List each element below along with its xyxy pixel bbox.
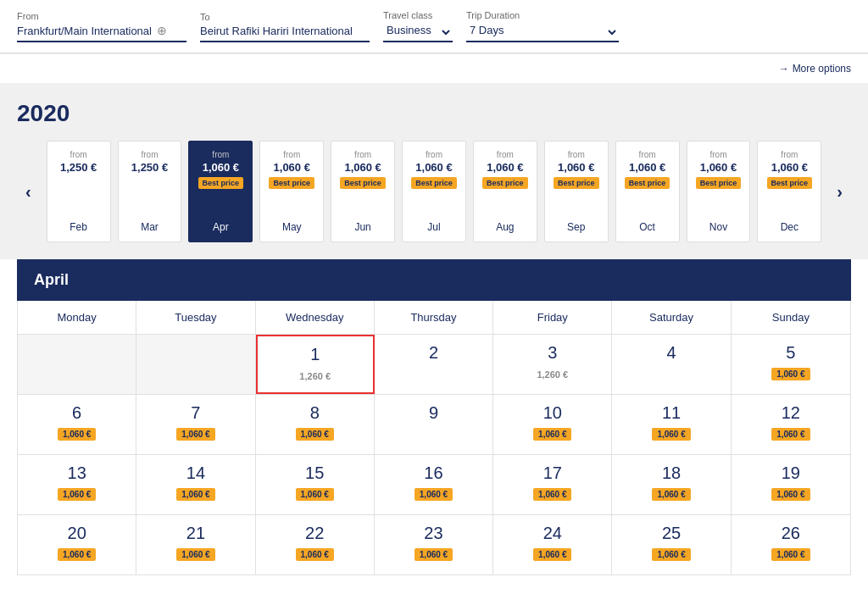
- month-price: 1,060 €: [274, 161, 310, 174]
- day-number: 3: [548, 343, 557, 363]
- day-price: 1,060 €: [176, 428, 214, 441]
- calendar-cell[interactable]: 191,060 €: [732, 455, 850, 514]
- calendar-month-name: April: [34, 271, 69, 288]
- calendar-row: 201,060 €211,060 €221,060 €231,060 €241,…: [18, 515, 850, 574]
- calendar-cell[interactable]: 9: [375, 395, 493, 454]
- from-label: From: [17, 11, 186, 21]
- calendar-cell[interactable]: 111,060 €: [612, 395, 731, 454]
- calendar-cell[interactable]: 51,060 €: [732, 335, 850, 394]
- more-options-text: More options: [793, 63, 851, 75]
- day-price: 1,060 €: [771, 428, 810, 441]
- calendar-cell[interactable]: 251,060 €: [612, 515, 731, 574]
- month-price: 1,060 €: [203, 161, 239, 174]
- day-number: 11: [662, 403, 681, 423]
- calendar-cell[interactable]: 11,260 €: [256, 335, 375, 394]
- month-card-may[interactable]: from1,060 €Best priceMay: [259, 141, 324, 242]
- calendar-cell[interactable]: 81,060 €: [256, 395, 375, 454]
- month-from-label: from: [781, 150, 798, 159]
- month-name: Dec: [781, 214, 798, 233]
- month-card-sep[interactable]: from1,060 €Best priceSep: [544, 141, 609, 242]
- day-price: 1,060 €: [652, 428, 690, 441]
- month-from-label: from: [426, 150, 442, 159]
- calendar-cell[interactable]: 151,060 €: [256, 455, 375, 514]
- calendar-cell[interactable]: 131,060 €: [18, 455, 136, 514]
- day-number: 7: [191, 403, 200, 423]
- month-price: 1,060 €: [558, 161, 594, 174]
- day-number: 15: [305, 463, 324, 483]
- calendar-cell[interactable]: 31,260 €: [493, 335, 612, 394]
- calendar-cell: [136, 335, 255, 394]
- day-price: 1,060 €: [58, 428, 96, 441]
- calendar-cell[interactable]: 261,060 €: [732, 515, 850, 574]
- day-price: 1,260 €: [294, 369, 336, 383]
- month-price: 1,060 €: [415, 161, 452, 174]
- calendar-cell[interactable]: 171,060 €: [493, 455, 612, 514]
- month-card-feb[interactable]: from1,250 €Feb: [47, 141, 111, 242]
- day-number: 4: [667, 343, 676, 363]
- day-number: 17: [543, 463, 562, 483]
- month-card-apr[interactable]: from1,060 €Best priceApr: [188, 141, 253, 242]
- month-card-nov[interactable]: from1,060 €Best priceNov: [687, 141, 751, 242]
- weekdays-row: MondayTuesdayWednesdayThursdayFridaySatu…: [18, 301, 850, 335]
- day-number: 19: [782, 463, 800, 483]
- day-number: 13: [68, 463, 86, 483]
- month-from-label: from: [70, 150, 87, 159]
- calendar-cell[interactable]: 121,060 €: [732, 395, 850, 454]
- trip-duration-field-group: Trip Duration 7 Days 3 Days 14 Days: [466, 10, 619, 42]
- from-field-group: From Frankfurt/Main International ⊕: [17, 11, 186, 42]
- next-month-button[interactable]: ›: [828, 179, 851, 205]
- calendar-cell[interactable]: 2: [375, 335, 493, 394]
- month-card-mar[interactable]: from1,250 €Mar: [118, 141, 182, 242]
- calendar-cell[interactable]: 71,060 €: [136, 395, 255, 454]
- calendar-cell[interactable]: 4: [612, 335, 731, 394]
- month-name: Aug: [496, 214, 514, 233]
- calendar-cell[interactable]: 161,060 €: [375, 455, 493, 514]
- day-number: 21: [186, 524, 205, 543]
- month-card-aug[interactable]: from1,060 €Best priceAug: [473, 141, 537, 242]
- calendar-cell[interactable]: 241,060 €: [493, 515, 612, 574]
- calendar-cell[interactable]: 221,060 €: [256, 515, 375, 574]
- day-price: 1,060 €: [652, 548, 690, 561]
- month-card-jul[interactable]: from1,060 €Best priceJul: [402, 141, 466, 242]
- day-number: 25: [662, 524, 681, 543]
- prev-month-button[interactable]: ‹: [17, 179, 40, 205]
- day-number: 24: [543, 524, 562, 543]
- day-number: 23: [424, 524, 442, 543]
- calendar-cell[interactable]: 211,060 €: [136, 515, 255, 574]
- month-name: Jul: [427, 214, 440, 233]
- month-card-oct[interactable]: from1,060 €Best priceOct: [615, 141, 680, 242]
- calendar-section: April MondayTuesdayWednesdayThursdayFrid…: [0, 259, 868, 592]
- trip-duration-select[interactable]: 7 Days 3 Days 14 Days: [466, 23, 619, 42]
- best-price-badge: Best price: [482, 177, 528, 189]
- to-value[interactable]: Beirut Rafiki Hariri International: [200, 25, 370, 42]
- day-price: 1,060 €: [176, 548, 214, 561]
- best-price-badge: Best price: [340, 177, 386, 189]
- calendar-cell[interactable]: 61,060 €: [18, 395, 136, 454]
- month-price: 1,060 €: [629, 161, 665, 174]
- month-card-jun[interactable]: from1,060 €Best priceJun: [331, 141, 395, 242]
- calendar-cell: [18, 335, 136, 394]
- calendar-cell[interactable]: 101,060 €: [493, 395, 612, 454]
- calendar-cell[interactable]: 141,060 €: [136, 455, 255, 514]
- calendar-cell[interactable]: 231,060 €: [375, 515, 493, 574]
- travel-class-select[interactable]: Business Economy First Class: [383, 23, 453, 42]
- months-nav: ‹ from1,250 €Febfrom1,250 €Marfrom1,060 …: [17, 141, 851, 242]
- months-section: 2020 ‹ from1,250 €Febfrom1,250 €Marfrom1…: [0, 83, 868, 259]
- month-price: 1,250 €: [131, 161, 168, 174]
- from-value[interactable]: Frankfurt/Main International ⊕: [17, 24, 186, 42]
- calendar-cell[interactable]: 181,060 €: [612, 455, 731, 514]
- weekday-header: Friday: [493, 301, 612, 334]
- day-number: 1: [310, 345, 320, 364]
- month-from-label: from: [568, 150, 585, 159]
- month-name: Sep: [567, 214, 585, 233]
- calendar-body: 11,260 €231,260 €451,060 €61,060 €71,060…: [18, 335, 850, 574]
- day-number: 16: [424, 463, 442, 483]
- best-price-badge: Best price: [767, 177, 813, 189]
- day-price: 1,060 €: [58, 488, 96, 501]
- more-options-link[interactable]: → More options: [779, 63, 851, 75]
- location-icon: ⊕: [157, 24, 167, 37]
- to-city: Beirut Rafiki Hariri International: [200, 25, 353, 37]
- month-card-dec[interactable]: from1,060 €Best priceDec: [757, 141, 821, 242]
- calendar-cell[interactable]: 201,060 €: [18, 515, 136, 574]
- month-from-label: from: [497, 150, 514, 159]
